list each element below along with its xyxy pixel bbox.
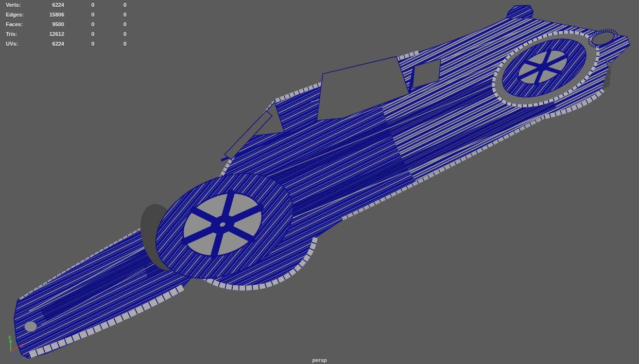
hud-row: Faces: 9500 0 0: [0, 19, 126, 29]
x-axis-label: x: [20, 343, 23, 348]
hud-label: Faces:: [6, 21, 30, 27]
hud-value-total: 15806: [30, 12, 64, 17]
maya-viewport: Verts: 6224 0 0 Edges: 15806 0 0 Faces: …: [0, 0, 639, 364]
hud-value-total: 9500: [30, 21, 64, 27]
viewport-3d-canvas[interactable]: [0, 0, 639, 364]
car-mesh[interactable]: [14, 5, 630, 358]
hud-value-selected: 0: [64, 21, 94, 27]
poly-count-hud: Verts: 6224 0 0 Edges: 15806 0 0 Faces: …: [0, 0, 126, 49]
hud-row: Tris: 12612 0 0: [0, 29, 126, 39]
hud-value-component: 0: [94, 21, 126, 27]
y-axis-label: y: [8, 334, 11, 340]
hud-label: Tris:: [6, 31, 30, 37]
hud-value-total: 6224: [30, 41, 64, 47]
hud-value-component: 0: [94, 41, 126, 47]
camera-label: persp: [0, 357, 639, 363]
hud-value-total: 12612: [30, 31, 64, 37]
hud-label: Edges:: [6, 12, 30, 17]
hud-value-selected: 0: [64, 12, 94, 17]
hud-value-component: 0: [94, 12, 126, 17]
hud-label: UVs:: [6, 41, 30, 47]
hud-value-selected: 0: [64, 2, 94, 8]
hud-value-selected: 0: [64, 31, 94, 37]
tow-hook-hole: [24, 321, 37, 332]
hud-label: Verts:: [6, 2, 30, 8]
hud-value-component: 0: [94, 2, 126, 8]
hud-value-selected: 0: [64, 41, 94, 47]
hud-row: UVs: 6224 0 0: [0, 39, 126, 49]
hud-value-total: 6224: [30, 2, 64, 8]
hud-value-component: 0: [94, 31, 126, 37]
hud-row: Edges: 15806 0 0: [0, 10, 126, 19]
hud-row: Verts: 6224 0 0: [0, 0, 126, 10]
